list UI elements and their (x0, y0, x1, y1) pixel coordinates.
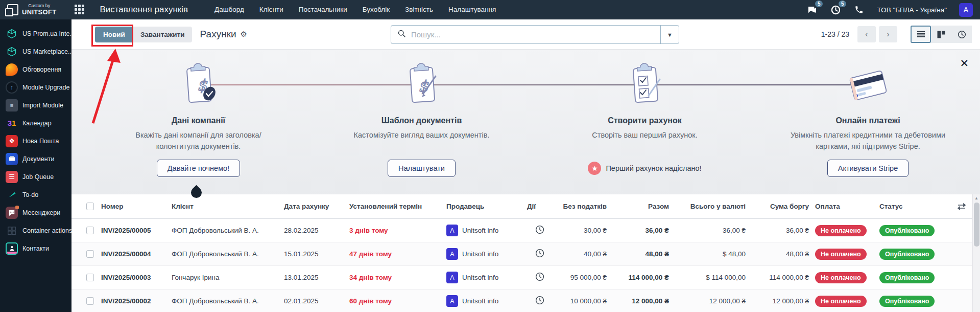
header-number[interactable]: Номер (101, 203, 172, 210)
activities-badge: 5 (839, 1, 847, 7)
menu-customers[interactable]: Клієнти (259, 6, 283, 13)
cell-amount-due: 36,00 ₴ (748, 227, 811, 234)
activities-clock-icon[interactable]: 5 (830, 4, 841, 15)
cell-due-term: 3 днів тому (349, 227, 446, 234)
header-activities[interactable]: Дії (527, 203, 553, 210)
view-switcher (911, 26, 972, 43)
search-dropdown-toggle[interactable]: ▼ (660, 26, 679, 43)
payment-status-badge: Не оплачено (815, 272, 867, 283)
sidebar-item-us-prom[interactable]: US Prom.ua Inte... (0, 25, 71, 42)
header-payment[interactable]: Оплата (811, 203, 879, 210)
activate-stripe-button[interactable]: Активувати Stripe (827, 160, 909, 177)
apps-grid-icon[interactable] (75, 5, 84, 14)
search-icon (397, 29, 406, 40)
pager-previous-button[interactable]: ‹ (857, 26, 876, 42)
step-done-message: ★ Перший рахунок надіслано! (588, 162, 701, 175)
menu-accounting[interactable]: Бухоблік (363, 6, 390, 13)
app-title[interactable]: Виставлення рахунків (100, 5, 188, 15)
cell-client: Гончарук Ірина (172, 274, 284, 281)
row-checkbox[interactable] (86, 250, 94, 258)
table-scrollbar[interactable]: ▲ (972, 194, 980, 312)
status-badge: Опубліковано (879, 249, 935, 260)
header-total-currency[interactable]: Всього у валюті (671, 203, 748, 210)
sidebar-item-calendar[interactable]: 31 Календар (0, 114, 71, 132)
new-button[interactable]: Новий (95, 27, 133, 42)
cell-number: INV/2025/00003 (101, 274, 172, 281)
cell-date: 28.02.2025 (284, 227, 349, 234)
activity-clock-icon[interactable] (535, 296, 544, 306)
status-badge: Опубліковано (879, 225, 935, 236)
configure-button[interactable]: Налаштувати (388, 160, 456, 177)
header-untaxed[interactable]: Без податків (553, 203, 609, 210)
search-input[interactable] (411, 26, 660, 43)
cell-total-currency: 12 000,00 ₴ (671, 297, 748, 305)
table-row[interactable]: INV/2025/00003 Гончарук Ірина 13.01.2025… (71, 266, 972, 289)
row-checkbox[interactable] (86, 274, 94, 281)
select-all-checkbox[interactable] (86, 203, 94, 210)
sidebar-item-module-upgrade[interactable]: ↑ Module Upgrade (0, 78, 71, 96)
header-status[interactable]: Статус (879, 203, 951, 210)
row-checkbox[interactable] (86, 227, 94, 234)
onboarding-step-company-data: $ Дані компанії Вкажіть дані компанії дл… (87, 50, 310, 194)
table-row[interactable]: INV/2025/00002 ФОП Добровольський В. А. … (71, 289, 972, 312)
header-due-date[interactable]: Установлений термін (349, 203, 446, 210)
user-avatar[interactable]: A (959, 3, 973, 17)
lets-start-button[interactable]: Давайте почнемо! (157, 160, 240, 177)
activity-clock-icon[interactable] (535, 249, 544, 259)
main-content: Новий Завантажити Рахунки ⚙ ▼ 1-23 / 23 … (71, 19, 980, 312)
sidebar-item-container-actions[interactable]: Container actions (0, 221, 71, 239)
cell-date: 15.01.2025 (284, 250, 349, 258)
payment-status-badge: Не оплачено (815, 225, 867, 236)
scrollbar-up-arrow-icon[interactable]: ▲ (973, 194, 980, 200)
sidebar-item-nova-poshta[interactable]: ❖ Нова Пошта (0, 132, 71, 150)
sidebar-item-contacts[interactable]: Контакти (0, 239, 71, 257)
sidebar-item-documents[interactable]: Документи (0, 150, 71, 168)
step-title: Шаблон документів (381, 116, 462, 125)
company-name[interactable]: ТОВ "БПЛА - Україна" (877, 6, 947, 14)
optional-columns-icon[interactable] (951, 203, 972, 210)
kanban-view-button[interactable] (931, 26, 951, 43)
menu-reporting[interactable]: Звітність (405, 6, 433, 13)
table-row[interactable]: INV/2025/00004 ФОП Добровольський В. А. … (71, 242, 972, 266)
discuss-bubble-icon (6, 63, 18, 76)
unitsoft-logo[interactable]: Custom by UNITSOFT (7, 4, 56, 15)
header-salesperson[interactable]: Продавець (446, 203, 527, 210)
breadcrumb-invoices[interactable]: Рахунки (200, 29, 236, 40)
activity-view-button[interactable] (951, 26, 972, 43)
cell-total: 12 000,00 ₴ (609, 297, 671, 305)
salesperson-avatar: A (446, 272, 458, 283)
header-amount-due[interactable]: Сума боргу (748, 203, 811, 210)
header-invoice-date[interactable]: Дата рахунку (284, 203, 349, 210)
row-checkbox[interactable] (86, 297, 94, 305)
cell-due-term: 60 днів тому (349, 297, 446, 305)
header-client[interactable]: Клієнт (172, 203, 284, 210)
clipboard-dollar-icon: $ (180, 57, 218, 114)
menu-vendors[interactable]: Постачальники (299, 6, 347, 13)
nova-poshta-icon: ❖ (6, 135, 18, 147)
gear-icon[interactable]: ⚙ (241, 30, 247, 39)
cell-salesperson: A Unitsoft info (446, 248, 527, 260)
cell-salesperson: A Unitsoft info (446, 295, 527, 307)
scrollbar-thumb[interactable] (974, 203, 979, 247)
activity-clock-icon[interactable] (535, 225, 544, 236)
activity-clock-icon[interactable] (535, 272, 544, 283)
pager-next-button[interactable]: › (879, 26, 897, 42)
table-row[interactable]: INV/2025/00005 ФОП Добровольський В. А. … (71, 219, 972, 242)
upload-button[interactable]: Завантажити (133, 27, 192, 42)
cell-untaxed: 30,00 ₴ (553, 227, 609, 234)
list-view-button[interactable] (911, 26, 931, 43)
header-total[interactable]: Разом (609, 203, 671, 210)
menu-settings[interactable]: Налаштування (448, 6, 496, 13)
phone-icon[interactable] (853, 4, 865, 15)
sidebar-item-job-queue[interactable]: ☰ Job Queue (0, 168, 71, 186)
upgrade-arrow-icon: ↑ (6, 81, 18, 94)
sidebar-item-todo[interactable]: To-do (0, 186, 71, 204)
sidebar-item-discuss[interactable]: Обговорення (0, 60, 71, 78)
sidebar-item-messengers[interactable]: Месенджери (0, 204, 71, 221)
sidebar-item-import-module[interactable]: ≡ Import Module (0, 96, 71, 114)
sidebar-item-us-marketplace[interactable]: US Marketplace... (0, 42, 71, 60)
messages-icon[interactable]: 5 (806, 4, 818, 15)
menu-dashboard[interactable]: Дашборд (214, 6, 244, 13)
search-box: ▼ (391, 25, 679, 44)
import-document-icon: ≡ (6, 99, 18, 112)
